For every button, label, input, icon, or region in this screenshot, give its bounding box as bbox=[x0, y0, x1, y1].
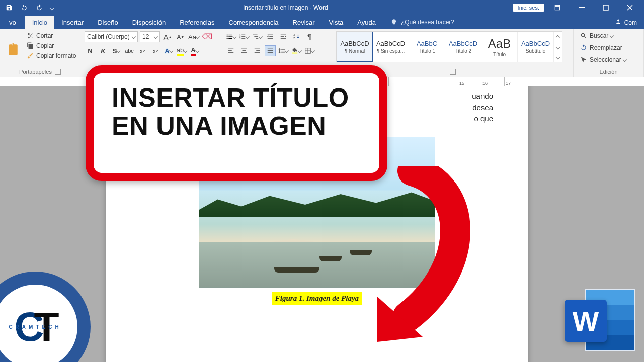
svg-rect-21 bbox=[268, 38, 273, 39]
qat-more-icon[interactable] bbox=[50, 4, 53, 11]
tab-correspondencia[interactable]: Correspondencia bbox=[222, 16, 286, 29]
multilevel-button[interactable] bbox=[252, 31, 263, 42]
redo-icon[interactable] bbox=[35, 4, 43, 12]
svg-rect-17 bbox=[254, 36, 258, 37]
style-subtitulo[interactable]: AaBbCcDSubtítulo bbox=[518, 32, 554, 62]
svg-rect-29 bbox=[228, 52, 234, 53]
format-painter-button[interactable]: Copiar formato bbox=[24, 51, 78, 60]
copy-button[interactable]: Copiar bbox=[24, 41, 78, 50]
style-normal[interactable]: AaBbCcD¶ Normal bbox=[337, 32, 373, 62]
sort-button[interactable]: AZ bbox=[291, 31, 302, 42]
tell-me-label: ¿Qué desea hacer? bbox=[401, 19, 454, 26]
clear-format-button[interactable]: ⌫ bbox=[201, 31, 212, 42]
tab-diseno[interactable]: Diseño bbox=[91, 16, 125, 29]
change-case-button[interactable]: Aa bbox=[188, 31, 199, 42]
gallery-more-icon[interactable] bbox=[554, 52, 562, 62]
overlay-line2: EN UNA IMAGEN bbox=[112, 111, 326, 140]
font-color-button[interactable]: A bbox=[189, 45, 200, 56]
share-button[interactable]: Com bbox=[607, 15, 644, 29]
cut-button[interactable]: Cortar bbox=[24, 31, 78, 40]
signin-button[interactable]: Inic. ses. bbox=[513, 4, 544, 12]
highlight-button[interactable]: ab bbox=[176, 45, 187, 56]
svg-rect-23 bbox=[281, 36, 284, 37]
scissors-icon bbox=[26, 32, 34, 40]
shading-button[interactable] bbox=[291, 45, 302, 56]
subscript-button[interactable]: x2 bbox=[137, 45, 148, 56]
tab-insertar[interactable]: Insertar bbox=[54, 16, 91, 29]
svg-rect-35 bbox=[255, 52, 260, 53]
decrease-indent-button[interactable] bbox=[265, 31, 276, 42]
bold-button[interactable]: N bbox=[85, 45, 96, 56]
replace-button[interactable]: Reemplazar bbox=[578, 43, 639, 52]
svg-rect-36 bbox=[268, 49, 273, 49]
undo-icon[interactable] bbox=[20, 4, 28, 12]
tab-vista[interactable]: Vista bbox=[322, 16, 351, 29]
tab-disposicion[interactable]: Disposición bbox=[125, 16, 173, 29]
svg-rect-5 bbox=[228, 35, 232, 35]
justify-button[interactable] bbox=[265, 45, 276, 56]
ruler-tick-16: 16 bbox=[481, 77, 504, 86]
title-bar: Insertar título en imagen - Word Inic. s… bbox=[0, 0, 644, 15]
svg-text:Z: Z bbox=[293, 36, 295, 40]
tell-me-search[interactable]: ¿Qué desea hacer? bbox=[383, 15, 461, 29]
underline-button[interactable]: S bbox=[111, 45, 122, 56]
style-sin-espaciado[interactable]: AaBbCcD¶ Sin espa... bbox=[373, 32, 409, 62]
svg-point-4 bbox=[227, 34, 228, 35]
style-titulo1[interactable]: AaBbCTítulo 1 bbox=[409, 32, 445, 62]
bullets-button[interactable] bbox=[225, 31, 236, 42]
strikethrough-button[interactable]: abc bbox=[124, 45, 135, 56]
replace-icon bbox=[580, 44, 588, 52]
word-logo-letter: W bbox=[573, 305, 599, 337]
share-icon bbox=[614, 18, 622, 26]
text-effects-button[interactable]: A bbox=[163, 45, 174, 56]
borders-button[interactable] bbox=[304, 45, 315, 56]
group-editing-label: Edición bbox=[599, 69, 617, 75]
tab-revisar[interactable]: Revisar bbox=[286, 16, 322, 29]
increase-indent-button[interactable] bbox=[278, 31, 289, 42]
image-caption[interactable]: Figura 1. Imagen de Playa bbox=[272, 292, 362, 305]
close-icon[interactable] bbox=[619, 0, 641, 15]
styles-gallery[interactable]: AaBbCcD¶ Normal AaBbCcD¶ Sin espa... AaB… bbox=[336, 31, 562, 62]
ribbon-options-icon[interactable] bbox=[546, 0, 569, 15]
tab-referencias[interactable]: Referencias bbox=[173, 16, 221, 29]
align-right-button[interactable] bbox=[252, 45, 263, 56]
show-marks-button[interactable]: ¶ bbox=[304, 31, 315, 42]
style-titulo2[interactable]: AaBbCcDTítulo 2 bbox=[445, 32, 481, 62]
tab-inicio[interactable]: Inicio bbox=[25, 16, 54, 29]
group-editing: Buscar Reemplazar Seleccionar Edición bbox=[574, 29, 644, 77]
font-name-value: Calibri (Cuerpo) bbox=[87, 33, 130, 40]
align-left-button[interactable] bbox=[225, 45, 236, 56]
font-size-combo[interactable]: 12 bbox=[140, 31, 160, 42]
format-painter-label: Copiar formato bbox=[36, 52, 76, 59]
svg-rect-30 bbox=[242, 49, 247, 49]
minimize-icon[interactable] bbox=[571, 0, 593, 15]
tab-ayuda[interactable]: Ayuda bbox=[350, 16, 383, 29]
italic-button[interactable]: K bbox=[98, 45, 109, 56]
select-label: Seleccionar bbox=[590, 56, 621, 63]
gallery-up-icon[interactable] bbox=[554, 32, 562, 42]
align-center-button[interactable] bbox=[238, 45, 250, 56]
overlay-line1: INSERTAR TÍTULO bbox=[112, 83, 349, 112]
shrink-font-button[interactable]: A▼ bbox=[175, 31, 186, 42]
grow-font-button[interactable]: A▲ bbox=[162, 31, 173, 42]
save-icon[interactable] bbox=[5, 4, 13, 12]
styles-dialog-launcher[interactable] bbox=[450, 69, 456, 75]
svg-rect-18 bbox=[256, 38, 258, 39]
find-button[interactable]: Buscar bbox=[578, 31, 639, 40]
superscript-button[interactable]: x2 bbox=[150, 45, 161, 56]
clipboard-dialog-launcher[interactable] bbox=[55, 69, 61, 75]
gallery-down-icon[interactable] bbox=[554, 42, 562, 52]
numbering-button[interactable]: 123 bbox=[238, 31, 250, 42]
maximize-icon[interactable] bbox=[595, 0, 617, 15]
style-titulo[interactable]: AaBTítulo bbox=[481, 32, 518, 62]
tab-file[interactable]: vo bbox=[0, 16, 25, 29]
share-label: Com bbox=[624, 19, 637, 26]
replace-label: Reemplazar bbox=[590, 44, 622, 51]
paste-button[interactable] bbox=[4, 39, 21, 61]
line-spacing-button[interactable] bbox=[278, 45, 289, 56]
cursor-icon bbox=[580, 56, 588, 64]
svg-rect-27 bbox=[228, 49, 234, 49]
font-name-combo[interactable]: Calibri (Cuerpo) bbox=[85, 31, 138, 42]
select-button[interactable]: Seleccionar bbox=[578, 55, 639, 64]
svg-rect-16 bbox=[253, 35, 258, 35]
